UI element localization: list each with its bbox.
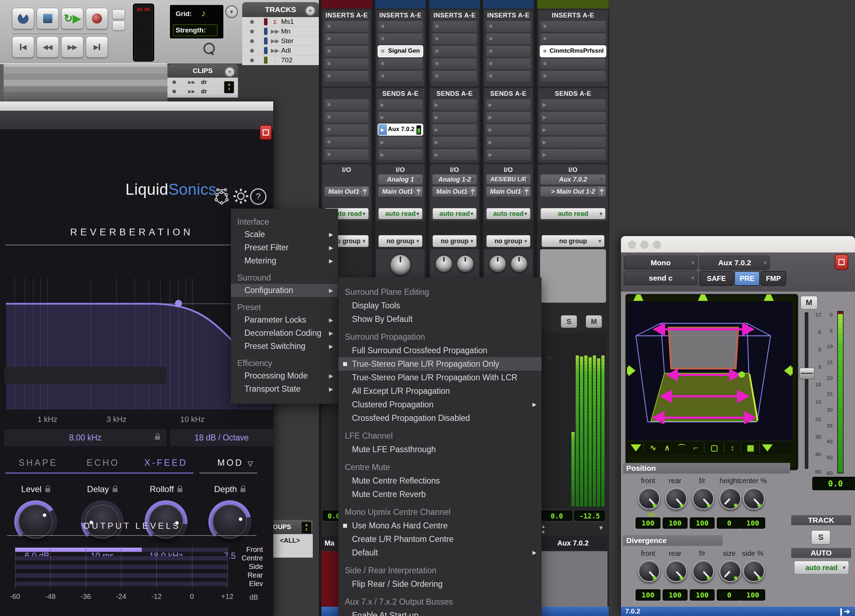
- settings-menu-item[interactable]: Interface: [231, 216, 338, 228]
- insert-slot[interactable]: [325, 34, 369, 44]
- send-slot[interactable]: ▶: [486, 149, 530, 160]
- output-path-button[interactable]: > Main Out 1-2: [541, 186, 605, 197]
- send-slot[interactable]: ▶: [486, 99, 530, 110]
- record-button[interactable]: [86, 8, 108, 29]
- group-assign-button[interactable]: no group▼: [541, 235, 605, 247]
- send-slot[interactable]: ▶: [432, 112, 477, 122]
- panner-volume-fader-cap[interactable]: [800, 368, 814, 379]
- track-row[interactable]: ▶▶ Mn: [242, 27, 319, 36]
- output-path-button[interactable]: Main Out1-2: [325, 186, 369, 197]
- fmp-button[interactable]: FMP: [761, 271, 786, 286]
- solo-button[interactable]: S: [561, 315, 577, 328]
- height-value-display[interactable]: 0: [717, 517, 742, 529]
- settings-menu-item[interactable]: Preset Switching ▶: [231, 340, 338, 353]
- configuration-submenu-item[interactable]: Surround Propagation: [339, 330, 541, 344]
- rear-value-display[interactable]: 100: [663, 517, 688, 529]
- size-knob[interactable]: [719, 560, 742, 582]
- output-fader-icon[interactable]: [469, 186, 477, 197]
- output-window-titlebar[interactable]: [621, 236, 855, 253]
- track-nameplate[interactable]: Aux 7.0.2: [539, 536, 607, 550]
- send-slot[interactable]: ▶: [378, 99, 423, 110]
- send-dropdown[interactable]: send c▼: [624, 271, 697, 285]
- zoom-icon[interactable]: [653, 241, 661, 249]
- track-name[interactable]: Ster: [281, 37, 294, 45]
- arc-tool-icon[interactable]: ⌒: [678, 443, 686, 453]
- pre-button[interactable]: PRE: [734, 271, 760, 286]
- clips-chevron-icon[interactable]: ▼: [224, 67, 235, 77]
- help-icon[interactable]: ?: [250, 188, 267, 205]
- mute-button[interactable]: M: [586, 315, 602, 328]
- track-show-dot[interactable]: [250, 39, 254, 43]
- group-assign-button[interactable]: no group▼: [486, 235, 530, 247]
- output-path-button[interactable]: Main Out1-2: [486, 186, 530, 197]
- scroll-down-icon[interactable]: ▼: [598, 525, 604, 531]
- grid-note-icon[interactable]: ♪: [201, 8, 206, 19]
- rear-knob[interactable]: [665, 560, 687, 582]
- loop-play-button[interactable]: ↻▶: [61, 8, 83, 29]
- insert-slot[interactable]: [325, 71, 369, 81]
- output-fader-icon[interactable]: [360, 186, 369, 197]
- configuration-submenu-item[interactable]: Flip Rear / Side Ordering: [339, 577, 541, 591]
- insert-slot[interactable]: [325, 46, 369, 57]
- pan-path-tool-icon[interactable]: ∿: [650, 443, 656, 452]
- send-slot[interactable]: [325, 99, 369, 110]
- configuration-submenu-item[interactable]: True-Stereo Plane L/R Propagation With L…: [339, 371, 541, 384]
- clips-az-sort-badge[interactable]: az: [224, 81, 234, 93]
- slope-value-field[interactable]: 18 dB / Octave: [170, 429, 273, 446]
- f/r-value-display[interactable]: 100: [690, 517, 715, 529]
- groups-az-badge[interactable]: az: [301, 522, 311, 534]
- pan-knob[interactable]: [390, 254, 411, 275]
- cutoff-value-field[interactable]: 8.00 kHz: [4, 429, 166, 446]
- rear-value-display[interactable]: 100: [663, 589, 688, 601]
- online-button[interactable]: [12, 8, 34, 29]
- track-row[interactable]: ▶▶ Ster: [242, 36, 319, 46]
- strength-field[interactable]: Strength:: [173, 24, 218, 36]
- insert-slot[interactable]: [378, 21, 423, 32]
- grid-view-icon[interactable]: ▦: [747, 443, 754, 452]
- configuration-submenu-item[interactable]: All Except L/R Propagation: [339, 384, 541, 398]
- configuration-submenu-item[interactable]: Mute Centre Reverb: [339, 488, 541, 501]
- front-value-display[interactable]: 100: [636, 517, 660, 529]
- panner-mute-button[interactable]: M: [800, 296, 818, 309]
- track-show-dot[interactable]: [250, 58, 254, 62]
- minimize-icon[interactable]: [640, 241, 648, 249]
- settings-menu-item[interactable]: Preset: [231, 301, 338, 313]
- configuration-submenu-item[interactable]: Create L/R Phantom Centre: [339, 532, 541, 546]
- send-slot[interactable]: ▶: [378, 112, 423, 122]
- volume-display[interactable]: 0.0: [541, 511, 572, 521]
- caret-tool-icon[interactable]: ∧: [664, 443, 670, 452]
- lock-icon[interactable]: [155, 436, 160, 440]
- track-show-dot[interactable]: [250, 29, 254, 34]
- send-slot[interactable]: ▶: [432, 137, 477, 147]
- front-knob[interactable]: [638, 488, 660, 509]
- settings-menu-item[interactable]: Configuration ▶: [231, 284, 338, 297]
- settings-menu-item[interactable]: Scale ▶: [231, 228, 338, 241]
- close-icon[interactable]: [628, 241, 636, 249]
- send-slot[interactable]: ▶: [432, 124, 477, 135]
- track-name[interactable]: 702: [281, 56, 293, 64]
- send-slot-aux[interactable]: ▶Aux 7.0.2: [378, 124, 423, 135]
- pan-knob-right[interactable]: [457, 255, 474, 273]
- insert-slot[interactable]: [378, 58, 423, 69]
- tracks-chevron-icon[interactable]: ▼: [305, 5, 316, 16]
- speaker-bottom-left-icon[interactable]: [631, 444, 641, 451]
- side %-knob[interactable]: [743, 560, 765, 582]
- settings-menu-item[interactable]: Transport State ▶: [231, 382, 338, 396]
- configuration-submenu-item[interactable]: Crossfeed Propagation Disabled: [339, 411, 541, 425]
- insert-slot[interactable]: [378, 34, 423, 44]
- insert-slot[interactable]: [486, 71, 530, 81]
- insert-slot[interactable]: [432, 46, 477, 57]
- surround-pan-display-mini[interactable]: [540, 249, 606, 303]
- send-slot[interactable]: ▶: [541, 99, 605, 110]
- configuration-submenu-item[interactable]: LFE Channel: [339, 429, 541, 443]
- insert-slot-signal-gen[interactable]: Signal Gen: [378, 46, 423, 57]
- automation-mode-button[interactable]: auto read▼: [486, 208, 530, 219]
- go-to-end-button[interactable]: ▶: [86, 36, 108, 58]
- configuration-submenu-item[interactable]: True-Stereo Plane L/R Propagation Only: [339, 357, 541, 371]
- transport-aux-button-2[interactable]: [112, 21, 125, 31]
- lock-icon[interactable]: [241, 488, 245, 492]
- surround-cube-graphic[interactable]: [627, 294, 793, 441]
- configuration-submenu-item[interactable]: Centre Mute: [339, 460, 541, 474]
- f/r-value-display[interactable]: 100: [690, 589, 715, 601]
- tracks-header[interactable]: TRACKS ▼: [242, 2, 319, 17]
